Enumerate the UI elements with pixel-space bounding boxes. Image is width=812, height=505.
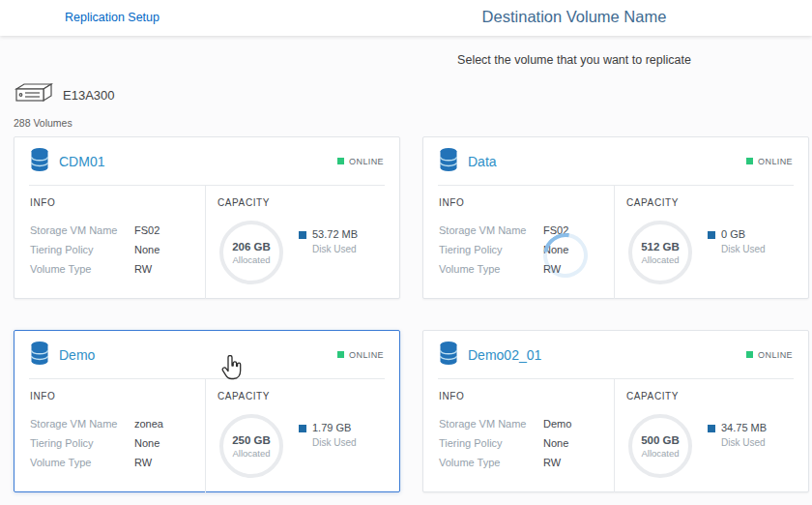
disk-used-label: Disk Used (312, 244, 358, 254)
volume-type-value: RW (134, 259, 152, 279)
replication-setup-link[interactable]: Replication Setup (65, 11, 160, 24)
capacity-heading: CAPACITY (218, 197, 399, 208)
disk-used-legend: 0 GB Disk Used (708, 228, 766, 254)
volumes-count: 288 Volumes (14, 117, 72, 129)
disk-used-value: 53.72 MB (312, 228, 358, 240)
disk-used-legend: 34.75 MB Disk Used (708, 422, 767, 448)
card-header: CDM01 ONLINE (14, 137, 399, 185)
allocated-label: Allocated (232, 254, 270, 265)
status-label: ONLINE (758, 157, 793, 166)
volume-type-value: RW (134, 453, 152, 472)
storage-vm-label: Storage VM Name (439, 221, 543, 240)
capacity-section: CAPACITY 512 GB Allocated 0 GB Disk Used (615, 186, 808, 299)
volume-type-label: Volume Type (30, 259, 134, 279)
volume-db-icon (30, 341, 49, 370)
info-section: INFO Storage VM NameFS02 Tiering PolicyN… (423, 186, 615, 299)
working-environment: E13A300 (14, 81, 115, 108)
page-title: Destination Volume Name (482, 8, 667, 26)
info-heading: INFO (439, 197, 614, 208)
info-heading: INFO (439, 391, 614, 401)
allocated-donut: 512 GB Allocated (628, 221, 692, 284)
status-label: ONLINE (349, 350, 384, 360)
capacity-heading: CAPACITY (626, 391, 808, 401)
volume-name: CDM01 (59, 154, 104, 169)
volume-card[interactable]: Data ONLINE INFO Storage VM NameFS02 Tie… (422, 136, 809, 299)
disk-used-label: Disk Used (312, 437, 357, 448)
volume-card[interactable]: Demo ONLINE INFO Storage VM Namezonea Ti… (14, 330, 400, 492)
capacity-section: CAPACITY 500 GB Allocated 34.75 MB Disk … (615, 379, 808, 492)
info-section: INFO Storage VM NameFS02 Tiering PolicyN… (14, 186, 206, 299)
card-body: INFO Storage VM NameDemo Tiering PolicyN… (423, 379, 808, 492)
status-badge: ONLINE (337, 350, 384, 360)
disk-used-swatch-icon (299, 425, 306, 432)
card-body: INFO Storage VM NameFS02 Tiering PolicyN… (14, 186, 399, 299)
tiering-label: Tiering Policy (439, 433, 543, 453)
allocated-label: Allocated (641, 254, 679, 265)
volume-card[interactable]: CDM01 ONLINE INFO Storage VM NameFS02 Ti… (14, 136, 400, 299)
card-header: Demo02_01 ONLINE (423, 331, 808, 378)
disk-used-value: 0 GB (721, 228, 766, 240)
info-section: INFO Storage VM NameDemo Tiering PolicyN… (423, 379, 615, 492)
allocated-value: 512 GB (641, 241, 680, 252)
status-badge: ONLINE (337, 157, 384, 166)
tiering-label: Tiering Policy (30, 240, 134, 259)
online-dot-icon (746, 158, 753, 164)
storage-vm-label: Storage VM Name (439, 414, 543, 433)
status-label: ONLINE (349, 157, 384, 166)
volume-cards-grid: CDM01 ONLINE INFO Storage VM NameFS02 Ti… (14, 136, 809, 492)
storage-vm-label: Storage VM Name (30, 414, 134, 433)
tiering-label: Tiering Policy (439, 240, 543, 259)
status-label: ONLINE (758, 350, 793, 360)
capacity-section: CAPACITY 206 GB Allocated 53.72 MB Disk … (206, 186, 399, 299)
card-body: INFO Storage VM Namezonea Tiering Policy… (14, 379, 399, 492)
allocated-value: 206 GB (232, 241, 271, 252)
volume-name: Demo02_01 (468, 347, 541, 363)
disk-used-legend: 1.79 GB Disk Used (299, 422, 357, 448)
capacity-heading: CAPACITY (626, 197, 808, 208)
online-dot-icon (337, 351, 344, 358)
disk-used-value: 1.79 GB (312, 422, 357, 433)
tiering-value: None (543, 433, 568, 453)
volume-name: Demo (59, 347, 95, 363)
volume-name: Data (468, 154, 497, 169)
storage-vm-value: zonea (134, 414, 163, 433)
info-section: INFO Storage VM Namezonea Tiering Policy… (14, 379, 206, 492)
online-dot-icon (337, 158, 344, 164)
info-heading: INFO (30, 197, 205, 208)
allocated-label: Allocated (232, 448, 270, 459)
card-header: Data ONLINE (423, 137, 808, 185)
capacity-section: CAPACITY 250 GB Allocated 1.79 GB Disk U… (206, 379, 399, 492)
storage-system-icon (14, 81, 54, 108)
storage-vm-value: FS02 (134, 221, 160, 240)
allocated-donut: 206 GB Allocated (219, 221, 283, 284)
volume-type-label: Volume Type (30, 453, 134, 472)
card-header: Demo ONLINE (14, 331, 399, 378)
allocated-value: 500 GB (641, 434, 680, 446)
tiering-label: Tiering Policy (30, 433, 134, 453)
info-heading: INFO (30, 391, 205, 401)
allocated-label: Allocated (641, 448, 679, 459)
volume-db-icon (30, 147, 49, 176)
storage-vm-value: Demo (543, 414, 571, 433)
volume-type-value: RW (543, 453, 561, 472)
volume-card[interactable]: Demo02_01 ONLINE INFO Storage VM NameDem… (422, 330, 809, 492)
status-badge: ONLINE (746, 350, 793, 360)
volume-db-icon (439, 147, 458, 176)
volume-type-label: Volume Type (439, 259, 543, 279)
volume-type-label: Volume Type (439, 453, 543, 472)
tiering-value: None (134, 433, 160, 453)
online-dot-icon (746, 351, 753, 358)
disk-used-swatch-icon (299, 231, 306, 239)
status-badge: ONLINE (746, 157, 793, 166)
tiering-value: None (134, 240, 160, 259)
allocated-donut: 500 GB Allocated (628, 414, 692, 478)
allocated-donut: 250 GB Allocated (219, 414, 283, 478)
disk-used-value: 34.75 MB (721, 422, 767, 433)
disk-used-swatch-icon (708, 425, 715, 432)
disk-used-label: Disk Used (721, 437, 767, 448)
disk-used-legend: 53.72 MB Disk Used (299, 228, 358, 254)
allocated-value: 250 GB (232, 434, 271, 446)
capacity-heading: CAPACITY (218, 391, 399, 401)
storage-vm-label: Storage VM Name (30, 221, 134, 240)
page-subtitle: Select the volume that you want to repli… (457, 53, 691, 67)
